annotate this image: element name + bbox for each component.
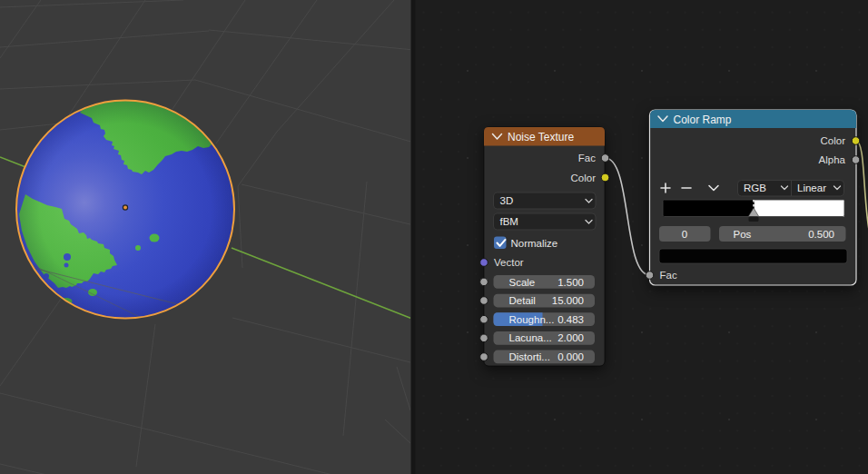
svg-text:Roughn...: Roughn...: [509, 314, 555, 325]
svg-text:Scale: Scale: [509, 277, 536, 288]
svg-text:Pos: Pos: [734, 229, 752, 240]
svg-text:0: 0: [682, 229, 687, 240]
svg-text:0.483: 0.483: [557, 314, 584, 325]
svg-text:Detail: Detail: [509, 295, 536, 306]
svg-text:Normalize: Normalize: [511, 238, 558, 249]
svg-text:15.000: 15.000: [552, 295, 584, 306]
svg-text:0.000: 0.000: [557, 351, 584, 362]
svg-text:Color Ramp: Color Ramp: [674, 114, 732, 126]
svg-text:3D: 3D: [500, 195, 514, 206]
svg-text:RGB: RGB: [744, 183, 766, 193]
svg-text:2.000: 2.000: [557, 332, 584, 343]
svg-text:Vector: Vector: [494, 257, 524, 268]
svg-text:Fac: Fac: [578, 153, 596, 163]
svg-text:Linear: Linear: [797, 183, 826, 193]
svg-text:Alpha: Alpha: [819, 154, 846, 165]
svg-text:Distorti...: Distorti...: [509, 351, 550, 362]
svg-text:Noise Texture: Noise Texture: [508, 131, 574, 143]
svg-text:Color: Color: [821, 135, 846, 146]
svg-text:Fac: Fac: [660, 270, 677, 281]
svg-text:fBM: fBM: [500, 216, 518, 227]
svg-text:Lacuna...: Lacuna...: [509, 332, 552, 343]
svg-text:0.500: 0.500: [808, 229, 834, 240]
svg-text:1.500: 1.500: [557, 277, 584, 288]
svg-text:Color: Color: [571, 173, 597, 183]
